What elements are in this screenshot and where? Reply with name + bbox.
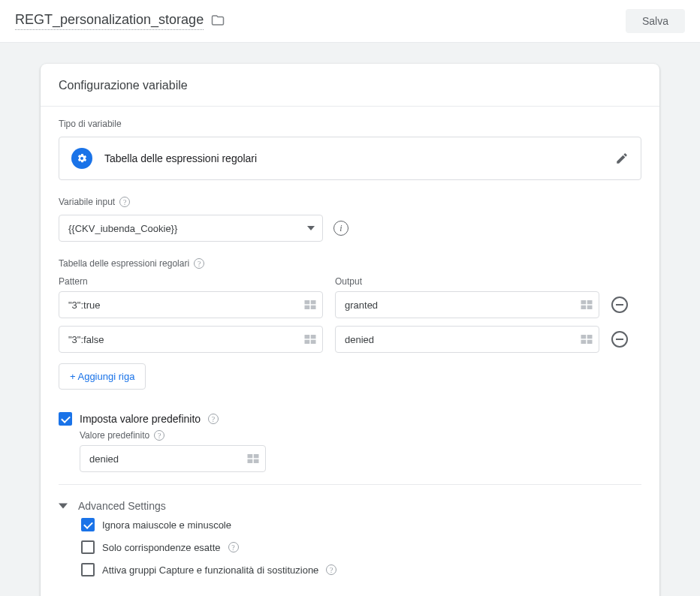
default-value-label: Valore predefinito ? <box>80 430 641 441</box>
table-row <box>59 326 641 353</box>
output-input[interactable] <box>335 291 599 318</box>
add-row-button[interactable]: + Aggiungi riga <box>59 363 146 390</box>
variable-type-label: Tabella delle espressioni regolari <box>104 152 257 164</box>
input-variable-select[interactable]: {{CKV_iubenda_Cookie}} <box>59 215 323 242</box>
set-default-label: Imposta valore predefinito <box>80 413 201 425</box>
pattern-header: Pattern <box>59 276 323 287</box>
save-button[interactable]: Salva <box>626 9 685 33</box>
help-icon[interactable]: ? <box>228 542 239 552</box>
advanced-settings-toggle[interactable]: Advanced Settings <box>59 485 641 518</box>
variable-picker-icon[interactable] <box>580 333 593 345</box>
chevron-down-icon <box>307 224 315 232</box>
help-icon[interactable]: ? <box>326 564 336 575</box>
input-variable-value: {{CKV_iubenda_Cookie}} <box>68 223 177 234</box>
help-icon[interactable]: ? <box>154 430 164 441</box>
output-input[interactable] <box>335 326 599 353</box>
variable-picker-icon[interactable] <box>246 453 260 465</box>
advanced-settings-label: Advanced Settings <box>78 500 166 512</box>
remove-row-icon[interactable] <box>611 331 628 348</box>
gear-icon <box>71 148 92 169</box>
pattern-input[interactable] <box>59 291 323 318</box>
folder-icon[interactable] <box>211 14 225 29</box>
help-icon[interactable]: ? <box>208 414 219 424</box>
variable-picker-icon[interactable] <box>303 299 317 311</box>
help-icon[interactable]: ? <box>119 197 130 207</box>
chevron-down-icon <box>59 501 68 510</box>
set-default-check-line: Imposta valore predefinito ? <box>59 412 641 426</box>
help-icon[interactable]: ? <box>194 258 204 269</box>
variable-picker-icon[interactable] <box>580 299 593 311</box>
edit-icon[interactable] <box>615 152 629 165</box>
exact-match-checkbox[interactable] <box>81 540 95 554</box>
card-title: Configurazione variabile <box>41 64 659 107</box>
config-card: Configurazione variabile Tipo di variabi… <box>41 64 659 596</box>
advanced-settings-body: Ignora maiuscole e minuscole Solo corris… <box>81 518 641 596</box>
ignore-case-label: Ignora maiuscole e minuscole <box>102 519 231 531</box>
exact-match-label: Solo corrispondenze esatte <box>102 542 221 553</box>
info-icon[interactable]: i <box>333 221 348 236</box>
capture-groups-checkbox[interactable] <box>81 563 95 576</box>
regex-table-label: Tabella delle espressioni regolari ? <box>59 258 641 269</box>
default-value-input[interactable] <box>80 445 266 472</box>
page-title[interactable]: REGT_personalization_storage <box>15 12 204 30</box>
set-default-checkbox[interactable] <box>59 412 72 426</box>
capture-groups-label: Attiva gruppi Capture e funzionalità di … <box>102 564 318 576</box>
ignore-case-checkbox[interactable] <box>81 518 95 531</box>
remove-row-icon[interactable] <box>611 296 628 313</box>
input-var-label: Variabile input ? <box>59 197 641 207</box>
variable-picker-icon[interactable] <box>303 333 317 345</box>
page-header: REGT_personalization_storage Salva <box>0 0 700 43</box>
regex-table: Pattern Output <box>59 276 641 408</box>
variable-type-box[interactable]: Tabella delle espressioni regolari <box>59 137 641 180</box>
table-row <box>59 291 641 318</box>
pattern-input[interactable] <box>59 326 323 353</box>
type-section-label: Tipo di variabile <box>59 119 641 129</box>
output-header: Output <box>335 276 362 287</box>
